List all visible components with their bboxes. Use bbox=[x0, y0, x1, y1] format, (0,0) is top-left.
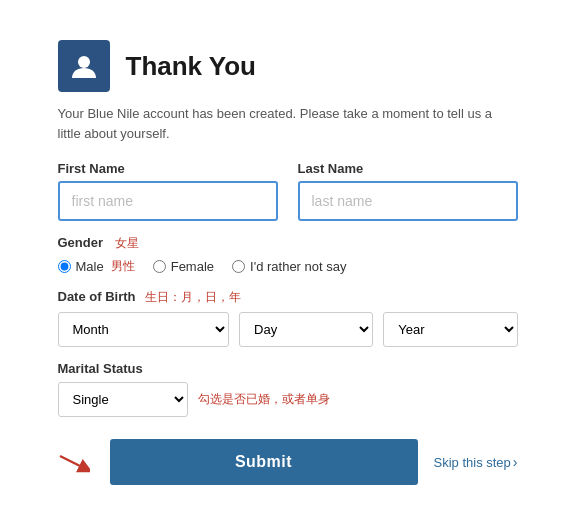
month-select[interactable]: Month JanuaryFebruaryMarch AprilMayJune … bbox=[58, 312, 230, 347]
gender-notsay-label: I'd rather not say bbox=[250, 259, 346, 274]
gender-male-radio[interactable] bbox=[58, 260, 71, 273]
actions-row: Submit Skip this step › bbox=[58, 439, 518, 485]
marital-select[interactable]: Single Married Divorced Widowed In a rel… bbox=[58, 382, 188, 417]
gender-note: 女星 bbox=[115, 236, 139, 250]
gender-male-option[interactable]: Male 男性 bbox=[58, 258, 135, 275]
skip-link[interactable]: Skip this step › bbox=[434, 454, 518, 470]
name-row: First Name Last Name bbox=[58, 161, 518, 221]
gender-label: Gender 女星 bbox=[58, 235, 518, 252]
user-icon bbox=[69, 51, 99, 81]
svg-line-1 bbox=[60, 456, 86, 469]
last-name-group: Last Name bbox=[298, 161, 518, 221]
page-header: Thank You bbox=[58, 40, 518, 92]
gender-female-label: Female bbox=[171, 259, 214, 274]
day-select[interactable]: Day 1234 5678 9101112 13141516 17181920 … bbox=[239, 312, 373, 347]
gender-options: Male 男性 Female I'd rather not say bbox=[58, 258, 518, 275]
last-name-label: Last Name bbox=[298, 161, 518, 176]
marital-note: 勾选是否已婚，或者单身 bbox=[198, 391, 330, 408]
svg-point-0 bbox=[78, 56, 90, 68]
subtitle-text: Your Blue Nile account has been created.… bbox=[58, 104, 518, 143]
year-select[interactable]: Year 202420232010 200019901980 197019601… bbox=[383, 312, 517, 347]
gender-female-option[interactable]: Female bbox=[153, 259, 214, 274]
marital-row: Single Married Divorced Widowed In a rel… bbox=[58, 382, 518, 417]
main-card: Thank You Your Blue Nile account has bee… bbox=[28, 20, 548, 511]
page-title: Thank You bbox=[126, 51, 257, 82]
marital-label: Marital Status bbox=[58, 361, 518, 376]
first-name-group: First Name bbox=[58, 161, 278, 221]
gender-male-label: Male bbox=[76, 259, 104, 274]
gender-notsay-option[interactable]: I'd rather not say bbox=[232, 259, 346, 274]
dob-note: 生日：月，日，年 bbox=[145, 290, 241, 304]
gender-male-note: 男性 bbox=[111, 258, 135, 275]
arrow-hint bbox=[58, 451, 94, 473]
arrow-icon bbox=[58, 451, 90, 473]
gender-female-radio[interactable] bbox=[153, 260, 166, 273]
dob-selects: Month JanuaryFebruaryMarch AprilMayJune … bbox=[58, 312, 518, 347]
gender-notsay-radio[interactable] bbox=[232, 260, 245, 273]
skip-chevron: › bbox=[513, 454, 518, 470]
avatar bbox=[58, 40, 110, 92]
marital-section: Marital Status Single Married Divorced W… bbox=[58, 361, 518, 417]
submit-button[interactable]: Submit bbox=[110, 439, 418, 485]
first-name-input[interactable] bbox=[58, 181, 278, 221]
last-name-input[interactable] bbox=[298, 181, 518, 221]
gender-section: Gender 女星 Male 男性 Female I'd rather not … bbox=[58, 235, 518, 275]
first-name-label: First Name bbox=[58, 161, 278, 176]
dob-section: Date of Birth 生日：月，日，年 Month JanuaryFebr… bbox=[58, 289, 518, 347]
dob-label: Date of Birth 生日：月，日，年 bbox=[58, 289, 518, 306]
